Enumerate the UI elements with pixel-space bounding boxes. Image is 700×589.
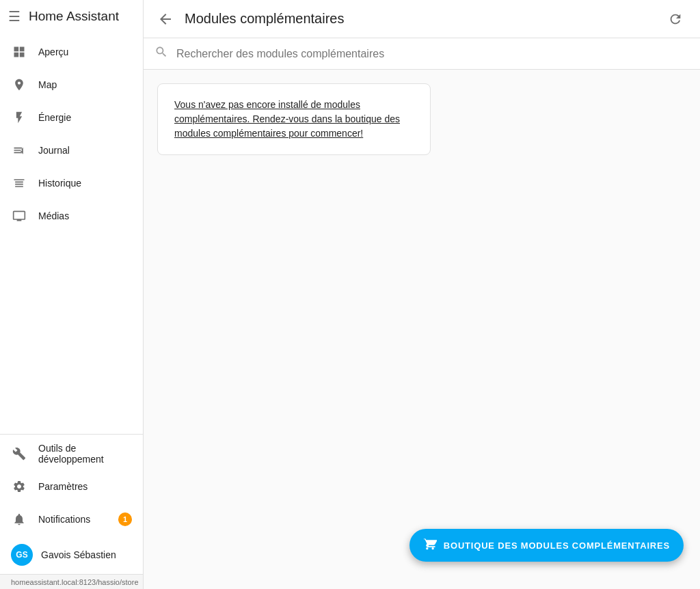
user-profile[interactable]: GS Gavois Sébastien bbox=[0, 536, 143, 574]
main-header: Modules complémentaires bbox=[144, 0, 700, 38]
refresh-button[interactable] bbox=[662, 5, 689, 33]
historique-label: Historique bbox=[38, 178, 81, 189]
sidebar-item-apercu[interactable]: Aperçu bbox=[0, 36, 143, 68]
medias-icon bbox=[11, 208, 27, 224]
user-name: Gavois Sébastien bbox=[41, 549, 116, 560]
info-card: Vous n'avez pas encore installé de modul… bbox=[157, 83, 431, 155]
sidebar-item-notifications[interactable]: Notifications 1 bbox=[0, 503, 143, 536]
page-title: Modules complémentaires bbox=[185, 11, 654, 27]
menu-icon[interactable]: ☰ bbox=[8, 8, 21, 25]
info-text: Vous n'avez pas encore installé de modul… bbox=[174, 98, 414, 141]
apercu-label: Aperçu bbox=[38, 46, 68, 57]
parametres-label: Paramètres bbox=[38, 481, 88, 492]
journal-icon bbox=[11, 142, 27, 159]
sidebar-bottom: Outils de développement Paramètres Notif… bbox=[0, 434, 143, 589]
search-bar bbox=[144, 38, 700, 70]
historique-icon bbox=[11, 175, 27, 191]
boutique-icon bbox=[423, 537, 437, 554]
sidebar: ☰ Home Assistant Aperçu Map Énergie Jo bbox=[0, 0, 144, 589]
outils-label: Outils de développement bbox=[38, 443, 132, 465]
outils-icon bbox=[11, 446, 27, 462]
status-url: homeassistant.local:8123/hassio/store bbox=[11, 578, 139, 586]
main-content: Modules complémentaires Vous n'avez pas … bbox=[144, 0, 700, 589]
notifications-icon bbox=[11, 511, 27, 528]
sidebar-item-outils[interactable]: Outils de développement bbox=[0, 437, 143, 470]
parametres-icon bbox=[11, 478, 27, 495]
energie-label: Énergie bbox=[38, 112, 71, 123]
energie-icon bbox=[11, 109, 27, 126]
sidebar-item-parametres[interactable]: Paramètres bbox=[0, 470, 143, 503]
content-area: Vous n'avez pas encore installé de modul… bbox=[144, 70, 700, 589]
user-avatar: GS bbox=[11, 544, 33, 566]
sidebar-item-energie[interactable]: Énergie bbox=[0, 101, 143, 134]
medias-label: Médias bbox=[38, 210, 69, 221]
boutique-button[interactable]: BOUTIQUE DES MODULES COMPLÉMENTAIRES bbox=[409, 529, 684, 562]
sidebar-nav: Aperçu Map Énergie Journal Historique bbox=[0, 33, 143, 434]
notification-badge: 1 bbox=[118, 512, 132, 526]
notifications-label: Notifications bbox=[38, 514, 90, 525]
search-icon bbox=[154, 45, 168, 62]
sidebar-item-medias[interactable]: Médias bbox=[0, 200, 143, 232]
journal-label: Journal bbox=[38, 145, 70, 156]
sidebar-item-journal[interactable]: Journal bbox=[0, 134, 143, 167]
apercu-icon bbox=[11, 44, 27, 60]
search-input[interactable] bbox=[176, 48, 689, 60]
back-button[interactable] bbox=[154, 8, 176, 30]
sidebar-header: ☰ Home Assistant bbox=[0, 0, 143, 33]
map-icon bbox=[11, 77, 27, 93]
status-bar: homeassistant.local:8123/hassio/store bbox=[0, 574, 143, 589]
info-link[interactable]: Vous n'avez pas encore installé de modul… bbox=[174, 99, 400, 139]
map-label: Map bbox=[38, 79, 57, 90]
boutique-label: BOUTIQUE DES MODULES COMPLÉMENTAIRES bbox=[444, 540, 670, 551]
app-title: Home Assistant bbox=[29, 9, 119, 24]
sidebar-item-historique[interactable]: Historique bbox=[0, 167, 143, 200]
sidebar-item-map[interactable]: Map bbox=[0, 68, 143, 101]
